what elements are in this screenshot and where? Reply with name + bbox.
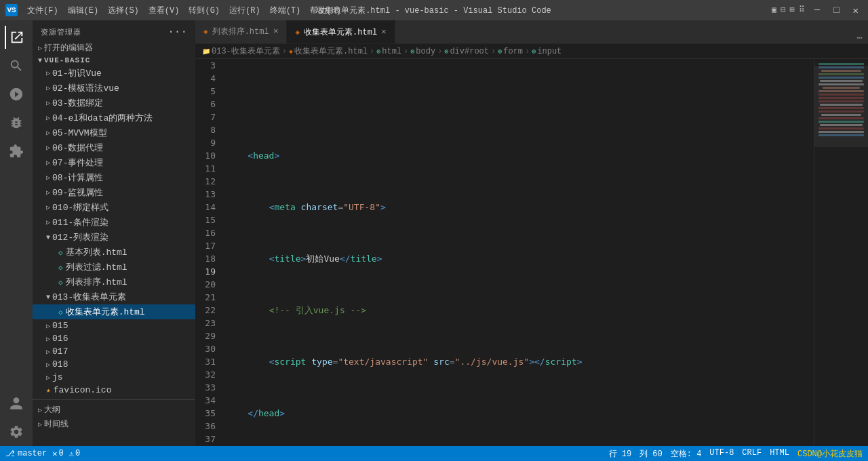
status-language[interactable]: HTML [770,448,789,460]
tab-close-active-icon[interactable]: × [381,27,387,37]
tree-item[interactable]: ▷ 06-数据代理 [33,140,195,155]
code-content: <head> <meta charset="UTF-8"> <title>初始V… [224,59,814,446]
outline-header[interactable]: ▷ 大纲 [33,403,195,417]
tree-item[interactable]: ▷ 08-计算属性 [33,170,195,185]
window-controls[interactable]: ▣ ⊟ ⊞ ⠿ ─ □ ✕ [772,5,863,16]
tree-item[interactable]: ◇ 基本列表.html [33,245,195,260]
tree-item[interactable]: ▷ 02-模板语法vue [33,81,195,96]
tree-item[interactable]: ▷ 010-绑定样式 [33,200,195,215]
menu-run[interactable]: 运行(R) [229,5,260,16]
tree-item[interactable]: ▷ 07-事件处理 [33,155,195,170]
vue-basic-header[interactable]: ▼ VUE-BASIC [33,55,195,66]
activity-bar [0,20,33,446]
account-icon[interactable] [5,392,28,415]
timeline-header[interactable]: ▷ 时间线 [33,417,195,431]
breadcrumb-folder[interactable]: 📁 013-收集表单元素 [202,45,280,57]
tree-item[interactable]: ▷ 015 [33,319,195,332]
folder-label: 03-数据绑定 [52,97,103,109]
debug-icon[interactable] [5,111,28,134]
tree-item[interactable]: ◇ 列表排序.html [33,275,195,289]
tree-item[interactable]: ▷ 05-MVVM模型 [33,125,195,140]
tree-item[interactable]: ▷ 01-初识Vue [33,66,195,81]
minimize-button[interactable]: ─ [810,5,824,16]
folder-label: 015 [52,321,68,331]
folder-label: 02-模板语法vue [52,82,119,94]
file-label: favicon.ico [54,385,112,395]
tree-item-013[interactable]: ▼ 013-收集表单元素 [33,289,195,304]
maximize-button[interactable]: □ [829,5,843,16]
folder-label: 017 [52,346,68,357]
tree-item[interactable]: ◇ 列表过滤.html [33,260,195,275]
menu-bar[interactable]: 文件(F) 编辑(E) 选择(S) 查看(V) 转到(G) 运行(R) 终端(T… [27,5,341,16]
breadcrumb-file[interactable]: ◈ 收集表单元素.html [289,45,368,57]
menu-terminal[interactable]: 终端(T) [270,5,301,16]
status-line[interactable]: 行 19 [609,448,632,460]
folder-label: 05-MVVM模型 [52,127,107,139]
breadcrumb-sep: › [282,47,287,56]
tree-item[interactable]: ▷ 09-监视属性 [33,185,195,200]
tree-item-012[interactable]: ▼ 012-列表渲染 [33,230,195,245]
menu-edit[interactable]: 编辑(E) [68,5,99,16]
menu-select[interactable]: 选择(S) [108,5,139,16]
menu-file[interactable]: 文件(F) [27,5,58,16]
tree-item[interactable]: ▷ 04-el和data的两种方法 [33,111,195,125]
code-editor[interactable]: 3 4 5 6 7 8 9 10 11 12 13 14 15 16 [195,59,814,446]
folder-label: 06-数据代理 [52,142,103,154]
menu-view[interactable]: 查看(V) [149,5,180,16]
outline-label: 大纲 [44,404,60,416]
folder-label: 018 [52,359,68,369]
settings-icon[interactable] [5,420,28,443]
breadcrumb-sep: › [491,47,496,56]
tree-item[interactable]: ▷ 011-条件渲染 [33,215,195,230]
git-icon[interactable] [5,83,28,106]
active-file-item[interactable]: ◇ 收集表单元素.html [33,304,195,319]
warning-count[interactable]: ⚠ 0 [69,449,80,459]
timeline-label: 时间线 [44,418,68,430]
status-eol[interactable]: CRLF [742,448,762,460]
tab-收集表单[interactable]: ◈ 收集表单元素.html × [287,20,395,43]
sidebar-title: 资源管理器 [41,27,81,37]
title-bar: VS 文件(F) 编辑(E) 选择(S) 查看(V) 转到(G) 运行(R) 终… [0,0,868,20]
code-line: </head> [226,407,814,420]
tab-label: 列表排序.html [212,26,269,37]
code-line: <meta charset="UTF-8"> [226,201,814,214]
breadcrumb-form[interactable]: ⊕ form [498,47,523,56]
breadcrumb-sep: › [437,47,442,56]
tree-item[interactable]: ▷ 016 [33,332,195,345]
breadcrumb-div[interactable]: ⊕ div#root [444,47,489,56]
tab-icon-active: ◈ [295,28,300,37]
folder-label: 09-监视属性 [52,186,103,199]
code-line: <head> [226,149,814,162]
folder-label: 08-计算属性 [52,172,103,184]
sidebar-dots[interactable]: ··· [167,26,187,38]
tree-item-favicon[interactable]: ★ favicon.ico [33,384,195,397]
status-col[interactable]: 列 60 [639,448,663,460]
tree-item[interactable]: ▷ 018 [33,358,195,371]
editor-layout-icon[interactable]: ⋯ [857,32,863,43]
open-editors-header[interactable]: ▷ 打开的编辑器 [33,41,195,55]
breadcrumb-sep: › [403,47,408,56]
close-button[interactable]: ✕ [849,5,863,16]
file-label: 基本列表.html [66,246,127,258]
tree-item[interactable]: ▷ 017 [33,345,195,358]
tab-list-排序[interactable]: ◈ 列表排序.html × [195,20,287,43]
line-numbers: 3 4 5 6 7 8 9 10 11 12 13 14 15 16 [195,59,224,446]
status-spaces[interactable]: 空格: 4 [671,448,702,460]
breadcrumb-html[interactable]: ⊕ html [376,47,401,56]
extensions-icon[interactable] [5,140,28,163]
git-branch-icon: ⎇ [5,449,15,459]
breadcrumb-input[interactable]: ⊕ input [532,47,561,56]
error-count[interactable]: ✕ 0 [52,449,63,459]
window-title: 收集表单元素.html - vue-basic - Visual Studio … [317,5,551,16]
folder-label: js [52,372,63,382]
status-csdn: CSDN@小花皮皮猫 [797,448,863,460]
status-encoding[interactable]: UTF-8 [709,448,734,460]
search-icon[interactable] [5,54,28,77]
menu-goto[interactable]: 转到(G) [189,5,220,16]
tree-item[interactable]: ▷ js [33,371,195,384]
tree-item[interactable]: ▷ 03-数据绑定 [33,96,195,111]
tab-close-icon[interactable]: × [273,26,279,37]
breadcrumb-body[interactable]: ⊕ body [410,47,435,56]
explorer-icon[interactable] [5,26,28,49]
tab-label-active: 收集表单元素.html [304,26,377,38]
